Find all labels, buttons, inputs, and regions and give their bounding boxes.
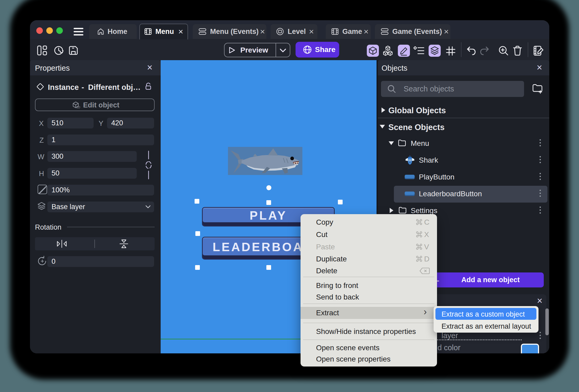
svg-text:2D: 2D [77, 106, 80, 109]
